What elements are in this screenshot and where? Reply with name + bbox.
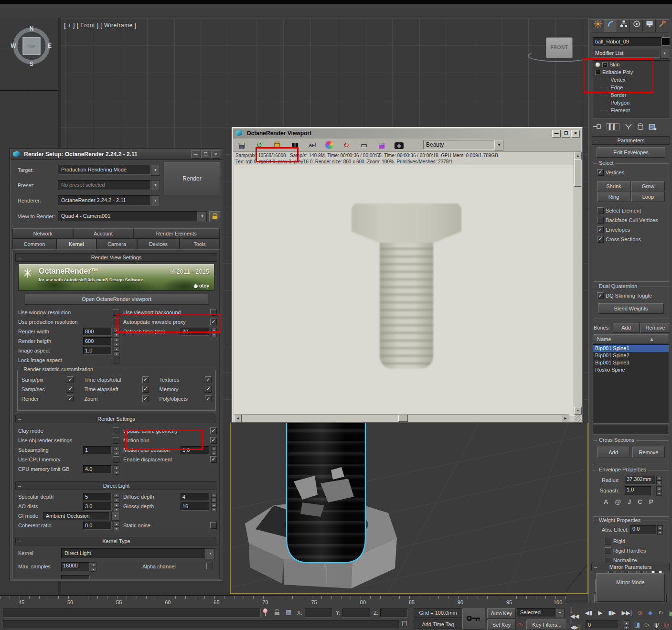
octane-window-title-bar[interactable]: OctaneRender Viewport — ❐ ✕ (233, 128, 581, 139)
absolute-effect-icon[interactable]: A (604, 498, 608, 505)
tab-camera[interactable]: Camera (96, 239, 137, 249)
configure-modifier-sets-icon[interactable] (649, 123, 657, 130)
timeline-ruler[interactable]: 4550556065707580859095100 (0, 595, 566, 608)
camera-icon[interactable] (395, 142, 404, 149)
next-frame-button[interactable]: ▮▶ (608, 609, 616, 616)
set-keys-button[interactable] (462, 609, 485, 630)
tab-utilities[interactable] (655, 19, 669, 32)
time-elaps-total-checkbox[interactable]: ✓ (142, 376, 149, 383)
clay-mode-checkbox[interactable] (113, 427, 119, 434)
preset-dropdown[interactable]: No preset selected▼ (58, 180, 160, 191)
radius-spinner[interactable]: ▲▼ (656, 476, 662, 484)
bone-item-bip001-spine1[interactable]: Bip001 Spine1 (593, 345, 669, 352)
kernel-type-header[interactable]: –Kernel Type (15, 537, 217, 545)
glossy-depth-spinner[interactable]: ▲▼ (211, 502, 217, 511)
ao-dists-field[interactable]: 3.0 (83, 502, 112, 511)
refresh-time-field[interactable]: 30 (181, 328, 209, 336)
kernel-dropdown[interactable]: Direct Light▼ (61, 548, 215, 559)
auto-key-button[interactable]: Auto Key (487, 608, 516, 619)
maxscript-mini-listener[interactable] (3, 609, 261, 618)
bone-item-bip001-spine3[interactable]: Bip001 Spine3 (593, 359, 669, 366)
lock-image-aspect-checkbox[interactable] (113, 357, 119, 363)
rigid-handles-checkbox[interactable] (605, 547, 611, 554)
lock-view-button[interactable] (209, 211, 220, 222)
kernel-value[interactable]: Direct Light (61, 548, 206, 558)
motion-blur-checkbox[interactable]: ✓ (210, 437, 217, 444)
autofocus-icon[interactable]: AFi (308, 140, 317, 150)
subsampling-field[interactable]: 1 (83, 446, 112, 454)
bone-item-rosko-spine[interactable]: Rosko Spine (593, 366, 669, 374)
modifier-enable-bulb-icon[interactable] (595, 62, 600, 67)
remove-modifier-icon[interactable] (638, 123, 643, 130)
parameters-rollout-header[interactable]: – Parameters (592, 136, 670, 145)
v-scroll-thumb[interactable] (574, 159, 581, 187)
notes-icon[interactable]: ▤ (402, 619, 407, 627)
use-obj-render-settings-checkbox[interactable] (113, 437, 119, 444)
default-in-out-tangents-icon[interactable]: ∿ (518, 620, 523, 628)
color-picker-icon[interactable] (325, 141, 333, 149)
chevron-down-icon[interactable]: ▼ (555, 608, 565, 618)
restart-render-icon[interactable]: ↺ (255, 140, 264, 150)
autoupdate-movable-proxy-checkbox[interactable]: ✓ (210, 319, 217, 325)
ao-dists-spinner[interactable]: ▲▼ (114, 502, 119, 511)
collapse-icon[interactable]: – (595, 137, 597, 144)
paste-envelope-icon[interactable]: P (649, 498, 653, 505)
modifier-list-value[interactable]: Modifier List (593, 49, 660, 58)
bone-filter-field[interactable] (593, 426, 668, 435)
render-width-field[interactable]: 800 (83, 328, 112, 336)
envelopes-checkbox[interactable]: ✓ (597, 226, 604, 233)
refresh-time-spinner[interactable]: ▲▼ (211, 328, 217, 336)
image-aspect-field[interactable]: 1.0 (83, 347, 112, 355)
chevron-down-icon[interactable]: ▼ (660, 49, 669, 59)
max-samples-spinner[interactable]: ▲▼ (91, 562, 96, 570)
radius-field[interactable]: 37.302mm (625, 476, 655, 485)
chevron-down-icon[interactable]: ▼ (206, 548, 215, 559)
samp-pix-checkbox[interactable]: ✓ (67, 376, 74, 383)
object-name-field[interactable]: ball_Robot_09 (593, 37, 662, 46)
pin-stack-icon[interactable] (593, 123, 601, 130)
viewport-export-icon[interactable]: ▤ (237, 140, 246, 150)
prev-frame-button[interactable]: ◀▮ (585, 609, 592, 616)
fit-to-screen-icon[interactable]: ▭ (359, 140, 369, 150)
renderer-dropdown[interactable]: OctaneRender 2.24.2 - 2.11▼ (58, 195, 160, 206)
close-button[interactable]: ✕ (211, 150, 220, 159)
max-samples-field[interactable]: 16000 (61, 562, 90, 571)
play-button[interactable]: ▶ (598, 609, 602, 616)
use-viewport-backgound-checkbox[interactable] (210, 309, 217, 316)
bone-item-bip001-spine2[interactable]: Bip001 Spine2 (593, 352, 669, 359)
pan-hand-icon[interactable]: ψ (654, 621, 659, 628)
use-production-resolution-checkbox[interactable] (113, 319, 119, 325)
render-heigth-spinner[interactable]: ▲▼ (114, 337, 119, 345)
stack-item-skin[interactable]: +Skin (593, 61, 670, 68)
scroll-left-icon[interactable]: ◀ (234, 415, 242, 422)
cpu-memory-limit-gb-spinner[interactable]: ▲▼ (114, 465, 119, 473)
collapse-icon[interactable]: − (595, 70, 600, 75)
stack-item-polygon[interactable]: ·····Polygon (593, 99, 670, 107)
key-filters-button[interactable]: Key Filters... (526, 619, 567, 630)
maximize-button[interactable]: ❐ (201, 150, 210, 159)
render-pass-value[interactable]: Beauty (423, 140, 495, 149)
sort-ascending-icon[interactable]: ▲ (649, 335, 654, 344)
falloff-icon[interactable]: J (628, 498, 631, 505)
scroll-down-icon[interactable]: ▼ (574, 407, 582, 415)
edit-envelopes-button[interactable]: Edit Envelopes (597, 147, 665, 158)
show-end-result-icon[interactable]: ▍▍ (607, 123, 619, 130)
minimize-button[interactable]: — (191, 150, 200, 159)
open-octane-viewport-button[interactable]: Open OctaneRender viewport (25, 294, 208, 305)
ring-button[interactable]: Ring (597, 192, 630, 202)
stack-item-editable-poly[interactable]: −Editable Poly (593, 68, 670, 76)
time-config-icon[interactable]: ◨ (634, 621, 640, 628)
shrink-button[interactable]: Shrink (597, 181, 630, 192)
isolate-icon[interactable]: ▷ (645, 621, 650, 628)
tab-create[interactable] (591, 19, 605, 32)
blend-weights-button[interactable]: Blend Weights (598, 303, 664, 314)
specular-depth-spinner[interactable]: ▲▼ (114, 493, 119, 501)
render-button[interactable]: Render (164, 162, 220, 195)
loop-button[interactable]: Loop (631, 192, 665, 202)
select-element-checkbox[interactable] (597, 207, 604, 214)
diffuse-depth-spinner[interactable]: ▲▼ (211, 493, 217, 501)
absolute-mode-icon[interactable]: ▦ (286, 609, 291, 616)
dq-skinning-toggle-checkbox[interactable]: ✓ (597, 292, 604, 299)
collapse-icon[interactable]: – (594, 563, 597, 571)
image-aspect-spinner[interactable]: ▲▼ (114, 347, 119, 355)
